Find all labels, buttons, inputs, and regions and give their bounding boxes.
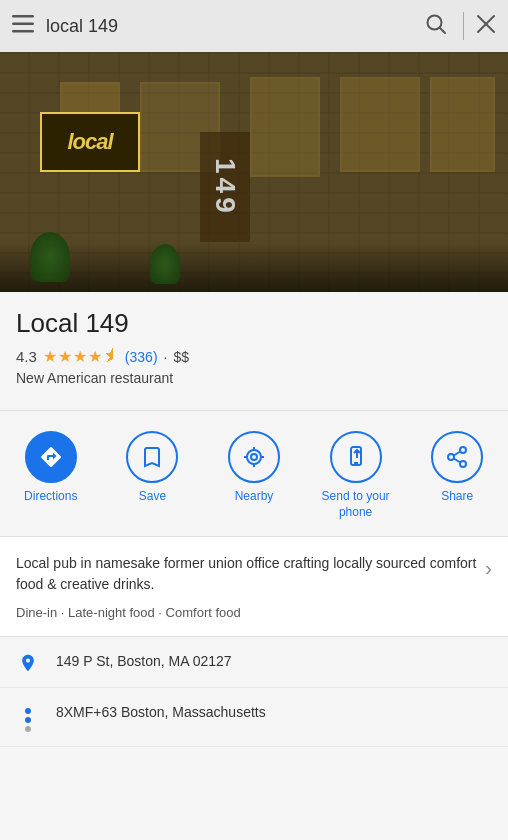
section-divider — [0, 410, 508, 411]
save-label: Save — [139, 489, 166, 505]
review-count[interactable]: (336) — [125, 349, 158, 365]
star-rating: ★ ★ ★ ★ ⯨ — [43, 347, 119, 366]
place-category: New American restaurant — [16, 370, 492, 386]
star-2: ★ — [58, 347, 72, 366]
svg-line-4 — [440, 28, 446, 34]
send-to-phone-button[interactable]: Send to your phone — [305, 431, 407, 520]
description-card[interactable]: Local pub in namesake former union offic… — [0, 536, 508, 637]
save-button[interactable]: Save — [102, 431, 204, 520]
svg-point-7 — [251, 454, 257, 460]
svg-point-16 — [460, 447, 466, 453]
directions-label: Directions — [24, 489, 77, 505]
header: local 149 — [0, 0, 508, 52]
rating-row: 4.3 ★ ★ ★ ★ ⯨ (336) · $$ — [16, 347, 492, 366]
save-icon-wrap — [126, 431, 178, 483]
address-number: 149 — [200, 132, 250, 242]
send-to-phone-label: Send to your phone — [305, 489, 407, 520]
share-button[interactable]: Share — [406, 431, 508, 520]
action-buttons: Directions Save Nearby — [0, 423, 508, 536]
place-name: Local 149 — [16, 308, 492, 339]
price-level: · — [164, 349, 168, 365]
directions-icon-wrap — [25, 431, 77, 483]
place-info: Local 149 4.3 ★ ★ ★ ★ ⯨ (336) · $$ New A… — [0, 292, 508, 398]
svg-rect-2 — [12, 30, 34, 33]
directions-button[interactable]: Directions — [0, 431, 102, 520]
svg-line-20 — [454, 452, 461, 456]
plus-code-text: 8XMF+63 Boston, Massachusetts — [56, 702, 266, 723]
description-main: Local pub in namesake former union offic… — [16, 553, 477, 595]
price-level-value: $$ — [173, 349, 189, 365]
plus-code-row[interactable]: 8XMF+63 Boston, Massachusetts — [0, 688, 508, 747]
star-half: ⯨ — [103, 347, 119, 366]
chevron-right-icon: › — [485, 557, 492, 580]
svg-rect-0 — [12, 15, 34, 18]
nearby-icon-wrap — [228, 431, 280, 483]
address-text: 149 P St, Boston, MA 02127 — [56, 651, 232, 672]
svg-point-17 — [448, 454, 454, 460]
svg-rect-1 — [12, 23, 34, 26]
star-4: ★ — [88, 347, 102, 366]
share-icon-wrap — [431, 431, 483, 483]
menu-icon[interactable] — [12, 15, 34, 37]
star-3: ★ — [73, 347, 87, 366]
description-tags: Dine-in · Late-night food · Comfort food — [16, 605, 477, 620]
nearby-label: Nearby — [235, 489, 274, 505]
details-section: 149 P St, Boston, MA 02127 8XMF+63 Bosto… — [0, 637, 508, 747]
address-row[interactable]: 149 P St, Boston, MA 02127 — [0, 637, 508, 688]
share-label: Share — [441, 489, 473, 505]
restaurant-sign: local — [40, 112, 140, 172]
star-1: ★ — [43, 347, 57, 366]
nearby-button[interactable]: Nearby — [203, 431, 305, 520]
hero-image: local 149 — [0, 52, 508, 292]
plus-code-icon — [16, 704, 40, 732]
close-icon[interactable] — [476, 14, 496, 38]
rating-number: 4.3 — [16, 348, 37, 365]
svg-point-18 — [460, 461, 466, 467]
svg-point-8 — [247, 450, 261, 464]
send-to-phone-icon-wrap — [330, 431, 382, 483]
description-text: Local pub in namesake former union offic… — [16, 553, 477, 620]
svg-line-19 — [454, 459, 461, 463]
location-pin-icon — [16, 653, 40, 673]
header-title: local 149 — [46, 16, 425, 37]
header-divider — [463, 12, 464, 40]
search-icon[interactable] — [425, 13, 447, 39]
